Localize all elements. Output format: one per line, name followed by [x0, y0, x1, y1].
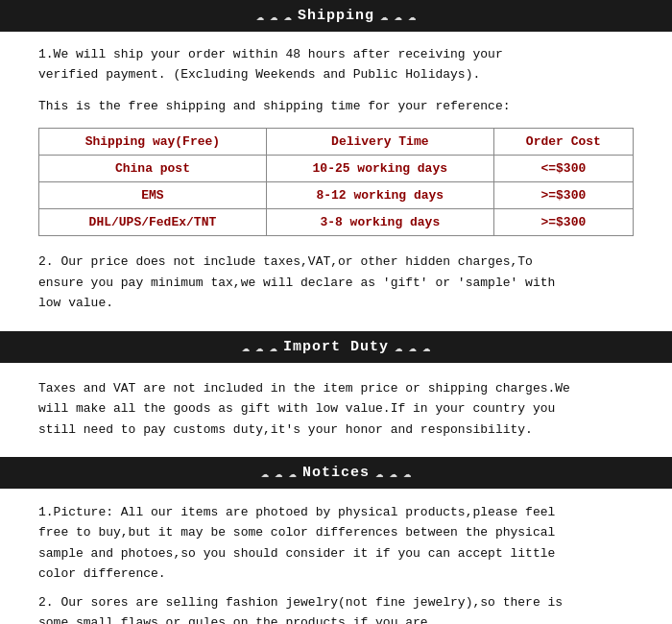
cloud-icon-2: ☁	[270, 8, 277, 24]
table-cell: 3-8 working days	[266, 209, 493, 236]
import-duty-header: ☁ ☁ ☁ Import Duty ☁ ☁ ☁	[0, 331, 672, 363]
import-duty-text: Taxes and VAT are not included in the it…	[38, 378, 634, 440]
shipping-table: Shipping way(Free) Delivery Time Order C…	[38, 128, 634, 236]
col-delivery-time: Delivery Time	[266, 129, 493, 156]
notices-cloud-3: ☁	[289, 465, 297, 481]
table-cell: DHL/UPS/FedEx/TNT	[39, 209, 267, 236]
duty-cloud-5: ☁	[408, 339, 416, 355]
table-row: DHL/UPS/FedEx/TNT3-8 working days>=$300	[39, 209, 634, 236]
table-row: China post10-25 working days<=$300	[39, 156, 634, 182]
cloud-icon-4: ☁	[380, 8, 388, 24]
shipping-header: ☁ ☁ ☁ Shipping ☁ ☁ ☁	[0, 0, 672, 32]
import-duty-title: Import Duty	[283, 339, 389, 355]
shipping-title: Shipping	[298, 8, 374, 24]
table-cell: China post	[39, 156, 267, 182]
cloud-icon-5: ☁	[394, 8, 401, 24]
table-cell: 10-25 working days	[266, 156, 493, 182]
duty-cloud-3: ☁	[270, 339, 277, 355]
notices-body: 1.Picture: All our items are photoed by …	[0, 489, 672, 624]
shipping-body: 1.We will ship your order within 48 hour…	[0, 32, 672, 331]
col-order-cost: Order Cost	[493, 129, 633, 156]
shipping-para1: 1.We will ship your order within 48 hour…	[38, 45, 634, 85]
notices-cloud-4: ☁	[375, 465, 383, 481]
notices-cloud-5: ☁	[389, 465, 396, 481]
shipping-section: ☁ ☁ ☁ Shipping ☁ ☁ ☁ 1.We will ship your…	[0, 0, 672, 331]
table-cell: 8-12 working days	[266, 182, 493, 209]
notices-text2: 2. Our sores are selling fashion jewelry…	[38, 592, 634, 624]
duty-cloud-4: ☁	[395, 339, 402, 355]
duty-cloud-6: ☁	[422, 339, 430, 355]
shipping-para2: This is the free shipping and shipping t…	[38, 97, 634, 117]
table-header-row: Shipping way(Free) Delivery Time Order C…	[39, 129, 634, 156]
shipping-para3: 2. Our price does not include taxes,VAT,…	[38, 252, 634, 313]
notices-section: ☁ ☁ ☁ Notices ☁ ☁ ☁ 1.Picture: All our i…	[0, 457, 672, 624]
table-row: EMS8-12 working days>=$300	[39, 182, 634, 209]
import-duty-body: Taxes and VAT are not included in the it…	[0, 363, 672, 457]
table-cell: <=$300	[493, 156, 633, 182]
notices-cloud-1: ☁	[261, 465, 269, 481]
notices-cloud-2: ☁	[275, 465, 282, 481]
cloud-icon-1: ☁	[256, 8, 264, 24]
col-shipping-way: Shipping way(Free)	[39, 129, 267, 156]
cloud-icon-6: ☁	[408, 8, 416, 24]
import-duty-section: ☁ ☁ ☁ Import Duty ☁ ☁ ☁ Taxes and VAT ar…	[0, 331, 672, 457]
notices-header: ☁ ☁ ☁ Notices ☁ ☁ ☁	[0, 457, 672, 489]
cloud-icon-3: ☁	[284, 8, 292, 24]
table-cell: EMS	[39, 182, 267, 209]
table-cell: >=$300	[493, 209, 633, 236]
table-cell: >=$300	[493, 182, 633, 209]
duty-cloud-2: ☁	[255, 339, 263, 355]
notices-text1: 1.Picture: All our items are photoed by …	[38, 502, 634, 585]
notices-cloud-6: ☁	[403, 465, 411, 481]
notices-title: Notices	[302, 465, 370, 481]
duty-cloud-1: ☁	[242, 339, 250, 355]
